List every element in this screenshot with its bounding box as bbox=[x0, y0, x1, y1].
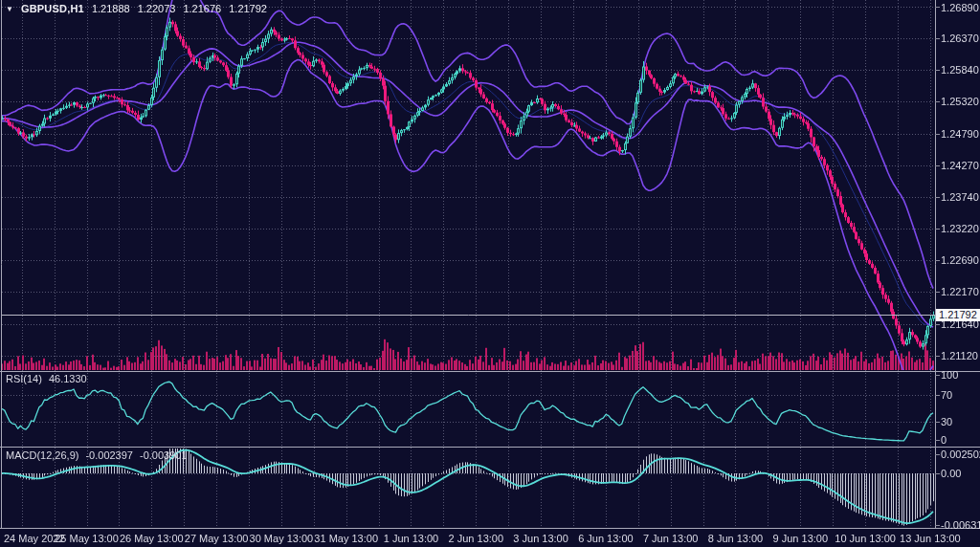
symbol-dropdown-icon[interactable]: ▼ bbox=[6, 5, 13, 13]
price-axis[interactable] bbox=[936, 0, 980, 529]
chart-plot-area[interactable] bbox=[0, 0, 980, 547]
trading-chart-window: ▼ GBPUSD,H1 1.21888 1.22073 1.21676 1.21… bbox=[0, 0, 980, 547]
time-axis[interactable] bbox=[0, 530, 935, 547]
